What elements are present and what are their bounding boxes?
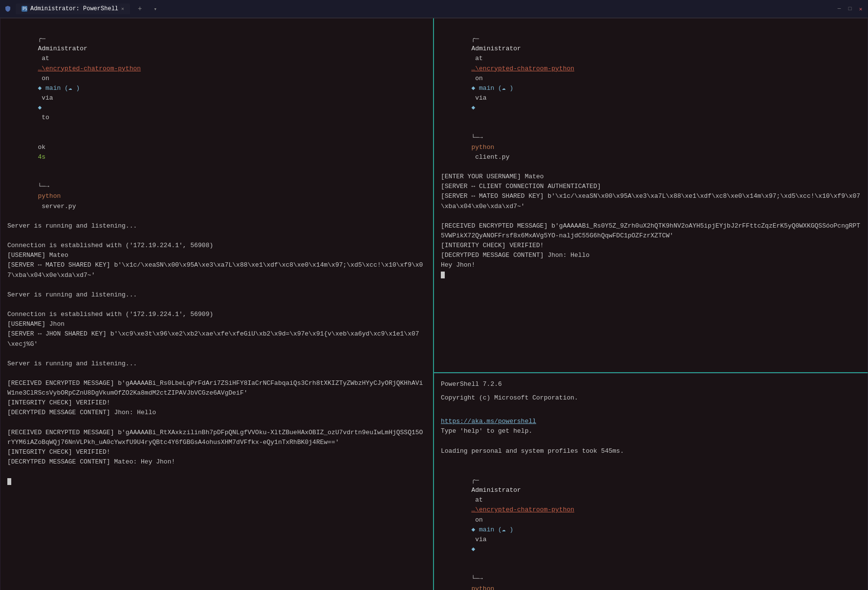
term-line: Type 'help' to get help. [441,426,861,436]
term-blank [441,456,861,466]
term-line: [RECEIVED ENCRYPTED MESSAGE] b'gAAAAABi_… [7,428,426,447]
tab-label: Administrator: PowerShell [30,5,118,12]
term-blank [441,407,861,417]
term-blank [7,369,426,379]
tab-close-btn[interactable]: ✕ [121,6,124,12]
term-cmd-line: └─→ python client.py [441,564,861,590]
term-line: Server is running and listening... [7,221,426,231]
cursor [7,478,11,485]
new-tab-btn[interactable]: + [134,3,146,15]
title-bar-controls: ─ □ ✕ [836,5,864,12]
term-line: https://aka.ms/powershell [441,417,861,426]
tab-powershell[interactable]: PS Administrator: PowerShell ✕ [16,3,130,14]
term-line: [INTEGRITY CHECK] VERIFIED! [441,241,861,251]
term-line: [USERNAME] Mateo [7,251,426,260]
term-blank [441,436,861,446]
shield-icon [4,5,12,13]
cursor-line [7,477,426,486]
term-line: PowerShell 7.2.6 [441,379,861,389]
cursor [441,272,445,278]
term-line: [DECRYTPED MESSAGE CONTENT] Mateo: Hey J… [7,457,426,467]
term-line: [INTEGRITY CHECK] VERIFIED! [7,447,426,457]
term-line: Loading personal and system profiles too… [441,446,861,456]
term-line: [SERVER ↔ CLIENT CONNECTION AUTHENTICATE… [441,182,861,191]
term-blank [441,211,861,221]
term-blank [7,418,426,428]
term-line: Hey Jhon! [441,260,861,270]
term-line: [DECRYTPED MESSAGE CONTENT] Jhon: Hello [7,408,426,418]
term-line: [RECEIVED ENCRYPTED MESSAGE] b'gAAAAABi_… [441,221,861,241]
term-line: Copyright (c) Microsoft Corporation. [441,393,861,403]
term-cmd-line: └─→ python client.py [441,123,861,172]
term-line: ╭─ Administrator at …\encrypted-chatroom… [441,24,861,123]
main-content: ╭─ Administrator at …\encrypted-chatroom… [0,18,868,590]
term-blank [7,280,426,290]
term-line: [SERVER ↔ MATEO SHARED KEY] b'\x1c/\xeaS… [7,260,426,280]
term-line: ╭─ Administrator at …\encrypted-chatroom… [441,466,861,564]
term-line: Server is running and listening... [7,359,426,369]
window: PS Administrator: PowerShell ✕ + ▾ ─ □ ✕… [0,0,868,590]
mateo-client-terminal-pane[interactable]: ╭─ Administrator at …\encrypted-chatroom… [434,18,868,373]
title-bar-left: PS Administrator: PowerShell ✕ + ▾ [4,3,834,15]
term-line: [ENTER YOUR USERNAME] Mateo [441,172,861,182]
term-line: ╭─ Administrator at …\encrypted-chatroom… [7,24,426,133]
term-line: [INTEGRITY CHECK] VERIFIED! [7,398,426,408]
term-line: [DECRYTPED MESSAGE CONTENT] Jhon: Hello [441,251,861,260]
title-bar: PS Administrator: PowerShell ✕ + ▾ ─ □ ✕ [0,0,868,18]
term-line: Connection is established with ('172.19.… [7,241,426,251]
term-blank [7,349,426,359]
server-terminal-pane[interactable]: ╭─ Administrator at …\encrypted-chatroom… [0,18,434,590]
terminal-icon: PS [22,6,27,12]
term-line: [RECEIVED ENCRYPTED MESSAGE] b'gAAAAABi_… [7,379,426,398]
term-line: Connection is established with ('172.19.… [7,310,426,319]
term-line: [SERVER ↔ MATEO SHARED KEY] b'\x1c/\xeaS… [441,191,861,211]
term-line: ok 4s [7,133,426,172]
close-btn[interactable]: ✕ [857,5,864,12]
term-line: Server is running and listening... [7,290,426,300]
tab-dropdown-btn[interactable]: ▾ [150,4,161,14]
term-blank [7,467,426,477]
jhon-client-terminal-pane[interactable]: PowerShell 7.2.6 Copyright (c) Microsoft… [434,373,868,590]
term-cmd-line: └─→ python server.py [7,172,426,221]
maximize-btn[interactable]: □ [846,5,853,12]
cursor-line [441,271,861,280]
minimize-btn[interactable]: ─ [836,5,843,12]
term-line: [SERVER ↔ JHON SHARED KEY] b'\xc9\xe3t\x… [7,329,426,349]
term-blank [7,231,426,241]
term-blank [7,300,426,310]
svg-text:PS: PS [22,7,27,11]
term-line: [USERNAME] Jhon [7,319,426,329]
